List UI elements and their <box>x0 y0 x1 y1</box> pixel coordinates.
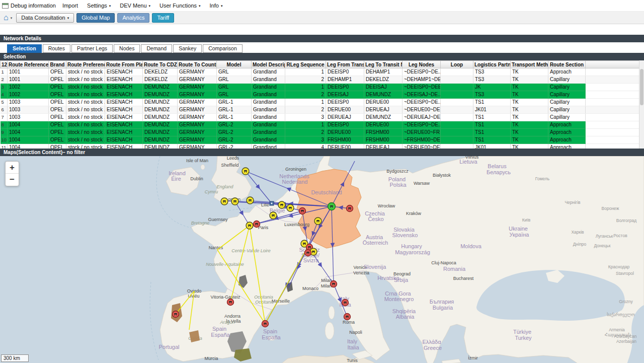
menu-item-settings[interactable]: Settings▾ <box>83 3 115 9</box>
column-header-route-from-plant[interactable]: Route From Plant <box>105 61 143 68</box>
column-header-loop[interactable]: Loop <box>441 61 473 68</box>
grid-scrollbar-thumb[interactable] <box>640 69 643 105</box>
table-row[interactable]: 101004OPELstock / no stock ...EISENACHDE… <box>1 136 639 144</box>
tab-selection[interactable]: Selection <box>7 44 42 53</box>
table-row[interactable]: 61003OPELstock / no stock ...EISENACHDEM… <box>1 106 639 114</box>
column-header-route-reference[interactable]: Route Reference <box>8 61 49 68</box>
table-row[interactable]: 81004OPELstock / no stock ...EISENACHDEM… <box>1 121 639 129</box>
cell: DEMUNDZ <box>143 91 178 99</box>
map-label: Luxembourg <box>284 222 309 227</box>
table-row[interactable]: 51003OPELstock / no stock ...EISENACHDEM… <box>1 99 639 106</box>
table-row[interactable]: 31002OPELstock / no stock ...EISENACHDEM… <box>1 84 639 91</box>
tab-routes[interactable]: Routes <box>43 44 70 53</box>
table-row[interactable]: 41002OPELstock / no stock ...EISENACHDEM… <box>1 91 639 99</box>
zoom-in-button[interactable]: + <box>6 162 19 174</box>
tab-comparison[interactable]: Comparison <box>203 44 243 53</box>
tabs-bar: SelectionRoutesPartner LegsNodesDemandSa… <box>0 44 644 53</box>
column-header-route-section[interactable]: Route Section <box>548 61 586 68</box>
data-consultation-button[interactable]: Data Consultation▾ <box>16 13 74 23</box>
cell: GRL-2 <box>217 121 252 129</box>
cell: 1 <box>285 84 326 91</box>
cell: DEMUNDZ <box>143 114 178 121</box>
home-caret-down-icon[interactable]: ▾ <box>11 16 13 20</box>
node-yellow-marker[interactable] <box>242 168 249 175</box>
cell-filler <box>586 68 639 76</box>
menu-item-import[interactable]: Import <box>60 3 83 9</box>
menu-item-user-functions[interactable]: User Functions▾ <box>155 3 205 9</box>
node-yellow-marker[interactable] <box>247 197 254 204</box>
menu-item-info[interactable]: Info▾ <box>205 3 227 9</box>
row-number: 3 <box>1 84 8 91</box>
map-label: Moldova <box>460 243 481 249</box>
node-yellow-marker[interactable] <box>221 198 228 205</box>
caret-down-icon: ▾ <box>221 4 223 8</box>
zoom-out-button[interactable]: − <box>6 174 19 186</box>
cell: stock / no stock ... <box>66 114 105 121</box>
cell: stock / no stock ... <box>66 68 105 76</box>
map-label: Дніпро <box>573 242 587 247</box>
map-label: Aragón <box>219 320 234 325</box>
column-header-leg-from-transit-n[interactable]: Leg From Transit N <box>326 61 364 68</box>
cell: Approach <box>548 144 586 149</box>
node-yellow-marker[interactable] <box>270 212 277 219</box>
node-red-marker[interactable] <box>347 205 353 212</box>
column-header-rleg-sequence[interactable]: RLeg Sequence <box>285 61 326 68</box>
node-red-marker[interactable] <box>227 299 234 306</box>
global-map-button[interactable]: Global Map <box>76 13 115 23</box>
cell: Capillary <box>548 99 586 106</box>
node-red-marker[interactable] <box>342 300 349 306</box>
node-yellow-marker[interactable] <box>246 222 253 229</box>
table-row[interactable]: 11001OPELstock / no stock ...EISENACHDEK… <box>1 68 639 76</box>
map-label: Ростов <box>613 233 627 238</box>
cell: OPEL <box>49 99 66 106</box>
map-label: Донецьк <box>594 243 610 248</box>
column-header-leg-nodes[interactable]: Leg Nodes <box>403 61 441 68</box>
table-row[interactable]: 111004OPELstock / no stock ...EISENACHDE… <box>1 144 639 149</box>
map[interactable]: IrelandÉireIsle of ManLeedsSheffieldDubl… <box>0 156 644 363</box>
tab-sankey[interactable]: Sankey <box>173 44 202 53</box>
node-red-marker[interactable] <box>254 221 260 228</box>
cell: stock / no stock ... <box>66 91 105 99</box>
node-yellow-marker[interactable] <box>278 201 285 208</box>
tariff-button[interactable]: Tariff <box>152 13 174 23</box>
node-red-marker[interactable] <box>344 314 351 320</box>
cell: OPEL <box>49 76 66 84</box>
table-row[interactable]: 21001OPELstock / no stock ...EISENACHDEK… <box>1 76 639 84</box>
home-icon[interactable]: ⌂ <box>4 14 9 22</box>
map-label: Portugal <box>159 344 180 350</box>
node-green-marker[interactable] <box>328 203 336 210</box>
node-red-marker[interactable] <box>305 250 311 256</box>
node-yellow-marker[interactable] <box>231 198 238 205</box>
column-header-route-to-country[interactable]: Route To Country <box>178 61 217 68</box>
node-red-marker[interactable] <box>331 281 337 287</box>
cell: DEMUNDZ <box>143 84 178 91</box>
map-label: Bydgoszcz <box>386 169 409 174</box>
node-square-marker[interactable] <box>270 201 274 205</box>
tab-demand[interactable]: Demand <box>141 44 172 53</box>
cell: TS1 <box>473 99 511 106</box>
table-row[interactable]: 71003OPELstock / no stock ...EISENACHDEM… <box>1 114 639 121</box>
grid-body: 11001OPELstock / no stock ...EISENACHDEK… <box>1 68 639 149</box>
tab-partner-legs[interactable]: Partner Legs <box>71 44 113 53</box>
node-red-marker[interactable] <box>299 208 306 214</box>
menu-item-debug-information[interactable]: Debug information <box>0 3 60 9</box>
column-header-model-description[interactable]: Model Description <box>252 61 285 68</box>
tab-nodes[interactable]: Nodes <box>114 44 140 53</box>
table-row[interactable]: 91004OPELstock / no stock ...EISENACHDEM… <box>1 129 639 136</box>
column-header-route-preference[interactable]: Route Preference <box>66 61 105 68</box>
column-header-leg-to-transit-no[interactable]: Leg To Transit No <box>364 61 403 68</box>
cell: DEEISP0 <box>326 121 364 129</box>
column-header-route-to-cdz[interactable]: Route To CDZ <box>143 61 178 68</box>
column-header-logistics-partner[interactable]: Logistics Partner <box>473 61 511 68</box>
node-red-marker[interactable] <box>262 321 269 327</box>
grid-scrollbar[interactable] <box>639 60 644 149</box>
node-red-marker[interactable] <box>173 311 179 318</box>
map-label: Wrocław <box>378 203 395 208</box>
node-yellow-marker[interactable] <box>287 204 294 211</box>
analytics-button[interactable]: Analytics <box>117 13 149 23</box>
column-header-brand[interactable]: Brand <box>49 61 66 68</box>
column-header-model[interactable]: Model <box>217 61 252 68</box>
menu-item-dev-menu[interactable]: DEV Menu▾ <box>115 3 155 9</box>
column-header-transport-method[interactable]: Transport Method <box>511 61 548 68</box>
node-yellow-marker[interactable] <box>314 217 321 225</box>
